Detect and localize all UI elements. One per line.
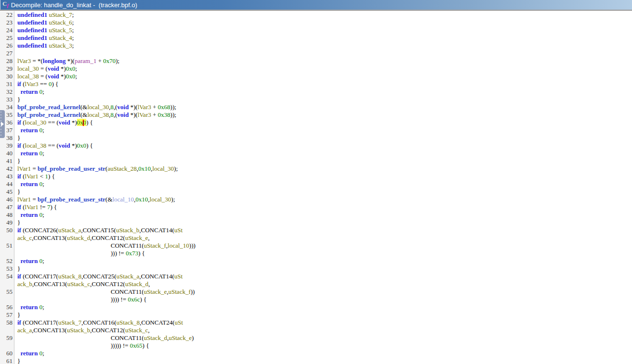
code-line[interactable]: 38} bbox=[0, 134, 632, 142]
code-text[interactable]: if (CONCAT17(uStack_8,CONCAT25(uStack_a,… bbox=[14, 273, 182, 280]
code-token[interactable]: lVar1 bbox=[17, 165, 31, 172]
code-line[interactable]: 23undefined1 uStack_6; bbox=[0, 19, 632, 26]
code-text[interactable]: return 0; bbox=[14, 126, 44, 134]
code-token[interactable]: } bbox=[17, 188, 20, 195]
code-token[interactable]: ,CONCAT13( bbox=[32, 326, 67, 334]
code-token[interactable]: + bbox=[151, 111, 158, 118]
code-token[interactable]: ,CONCAT13( bbox=[32, 234, 67, 241]
code-token[interactable]: ,CONCAT24( bbox=[140, 319, 175, 326]
code-text[interactable]: return 0; bbox=[14, 257, 44, 265]
code-line[interactable]: ack_a,CONCAT13(uStack_b,CONCAT12(uStack_… bbox=[0, 326, 632, 334]
code-token[interactable]: uStack_6 bbox=[49, 19, 72, 26]
code-token[interactable]: ))) != bbox=[111, 250, 126, 257]
code-token[interactable]: , bbox=[148, 280, 150, 288]
code-text[interactable]: } bbox=[14, 357, 20, 364]
code-token[interactable]: ); bbox=[174, 165, 178, 172]
code-token[interactable]: ,( bbox=[114, 111, 117, 118]
code-token[interactable]: undefined1 bbox=[17, 42, 47, 49]
code-token[interactable]: } bbox=[17, 265, 20, 272]
code-token[interactable]: uSt bbox=[174, 226, 182, 234]
code-token[interactable]: ; bbox=[72, 34, 74, 41]
code-line[interactable]: 54if (CONCAT17(uStack_8,CONCAT25(uStack_… bbox=[0, 273, 632, 280]
code-token[interactable]: )); bbox=[170, 103, 176, 111]
code-text[interactable]: CONCAT11(uStack_e,uStack_f)) bbox=[14, 288, 195, 296]
code-token[interactable]: bpf_probe_read_user_str bbox=[38, 165, 105, 172]
code-line[interactable]: 32 return 0; bbox=[0, 88, 632, 96]
code-token[interactable]: undefined1 bbox=[17, 26, 47, 34]
code-token[interactable]: local_10 bbox=[113, 196, 134, 203]
code-token[interactable]: uStack_7 bbox=[49, 11, 72, 18]
code-token[interactable]: ))))) != bbox=[111, 342, 130, 349]
code-token[interactable]: uStack_e bbox=[169, 334, 192, 341]
code-token[interactable]: lVar3 bbox=[25, 80, 39, 88]
code-text[interactable]: lVar1 = bpf_probe_read_user_str(auStack_… bbox=[14, 165, 178, 173]
code-text[interactable]: lVar1 = bpf_probe_read_user_str(&local_1… bbox=[14, 196, 175, 203]
code-text[interactable]: } bbox=[14, 157, 20, 165]
code-token[interactable]: ,CONCAT14( bbox=[140, 273, 175, 280]
code-token[interactable]: (& bbox=[105, 196, 112, 203]
code-token[interactable]: void bbox=[59, 119, 70, 126]
code-token[interactable]: ; bbox=[42, 211, 44, 218]
code-token[interactable]: ack_b bbox=[17, 280, 32, 288]
code-token[interactable]: } bbox=[17, 134, 20, 141]
code-token[interactable]: 0x0 bbox=[66, 73, 76, 80]
code-line[interactable]: 41} bbox=[0, 157, 632, 165]
code-token[interactable]: ) { bbox=[138, 250, 145, 257]
code-token[interactable]: void bbox=[117, 103, 129, 111]
code-token[interactable]: local_30 bbox=[87, 103, 109, 111]
code-text[interactable]: ))))) != 0x65) { bbox=[14, 342, 149, 350]
code-token[interactable]: void bbox=[59, 142, 70, 149]
code-token[interactable]: void bbox=[117, 111, 129, 118]
code-token[interactable]: ack_c bbox=[17, 234, 32, 241]
code-token[interactable]: ; bbox=[72, 42, 74, 49]
code-text[interactable]: return 0; bbox=[14, 350, 44, 357]
code-token[interactable]: lVar3 bbox=[138, 103, 151, 111]
code-token[interactable]: ) { bbox=[86, 119, 93, 126]
code-token[interactable]: ,CONCAT16( bbox=[81, 319, 116, 326]
code-line[interactable]: ack_c,CONCAT13(uStack_d,CONCAT12(uStack_… bbox=[0, 234, 632, 242]
code-text[interactable]: undefined1 uStack_7; bbox=[14, 11, 74, 19]
code-token[interactable]: lVar3 bbox=[17, 57, 31, 64]
code-token[interactable]: = bbox=[31, 165, 38, 172]
code-token[interactable]: ; bbox=[75, 65, 77, 72]
code-token[interactable]: ); bbox=[171, 196, 175, 203]
code-token[interactable]: )))) != bbox=[111, 296, 128, 303]
code-token[interactable]: uStack_8 bbox=[58, 273, 81, 280]
code-token[interactable]: ; bbox=[42, 257, 44, 264]
code-token[interactable]: undefined1 bbox=[17, 19, 47, 26]
code-token[interactable]: local_30 bbox=[25, 119, 47, 126]
code-line[interactable]: 49} bbox=[0, 219, 632, 226]
code-token[interactable]: (CONCAT17( bbox=[21, 273, 58, 280]
code-token[interactable]: ) bbox=[192, 334, 193, 341]
code-token[interactable]: } bbox=[17, 219, 20, 226]
code-token[interactable]: ); bbox=[116, 57, 119, 64]
code-token[interactable]: return bbox=[21, 150, 38, 157]
code-text[interactable]: bpf_probe_read_kernel(&local_38,8,(void … bbox=[14, 111, 176, 119]
code-line[interactable]: 29local_30 = (void *)0x0; bbox=[0, 65, 632, 73]
code-token[interactable]: if bbox=[17, 273, 21, 280]
code-token[interactable]: } bbox=[17, 96, 20, 103]
code-line[interactable]: 55CONCAT11(uStack_e,uStack_f)) bbox=[0, 288, 632, 296]
code-token[interactable]: (& bbox=[80, 103, 87, 111]
code-line[interactable]: 50if (CONCAT26(uStack_a,CONCAT15(uStack_… bbox=[0, 226, 632, 234]
code-token[interactable]: local_10 bbox=[168, 242, 189, 249]
code-token[interactable]: ( bbox=[21, 173, 25, 180]
code-line[interactable]: 45} bbox=[0, 188, 632, 196]
code-token[interactable]: uStack_b bbox=[67, 326, 90, 334]
code-line[interactable]: 47if (lVar1 != 7) { bbox=[0, 203, 632, 211]
code-token[interactable]: ( bbox=[21, 203, 25, 211]
code-line[interactable]: 36if (local_30 == (void *)0x0) { bbox=[0, 119, 632, 126]
code-line[interactable]: 57} bbox=[0, 311, 632, 319]
code-token[interactable]: longlong bbox=[43, 57, 66, 64]
code-token[interactable]: ; bbox=[42, 126, 44, 134]
code-text[interactable]: undefined1 uStack_4; bbox=[14, 34, 74, 42]
code-token[interactable]: uStack_e bbox=[125, 234, 148, 241]
code-text[interactable]: undefined1 uStack_6; bbox=[14, 19, 74, 26]
code-token[interactable]: ; bbox=[42, 180, 44, 188]
code-token[interactable]: CONCAT11( bbox=[111, 242, 144, 249]
code-line[interactable]: 34bpf_probe_read_kernel(&local_30,8,(voi… bbox=[0, 103, 632, 111]
code-token[interactable]: uStack_d bbox=[125, 280, 148, 288]
code-token[interactable]: == ( bbox=[46, 142, 59, 149]
code-token[interactable]: bpf_probe_read_user_str bbox=[38, 196, 105, 203]
code-token[interactable]: ; bbox=[42, 350, 44, 357]
